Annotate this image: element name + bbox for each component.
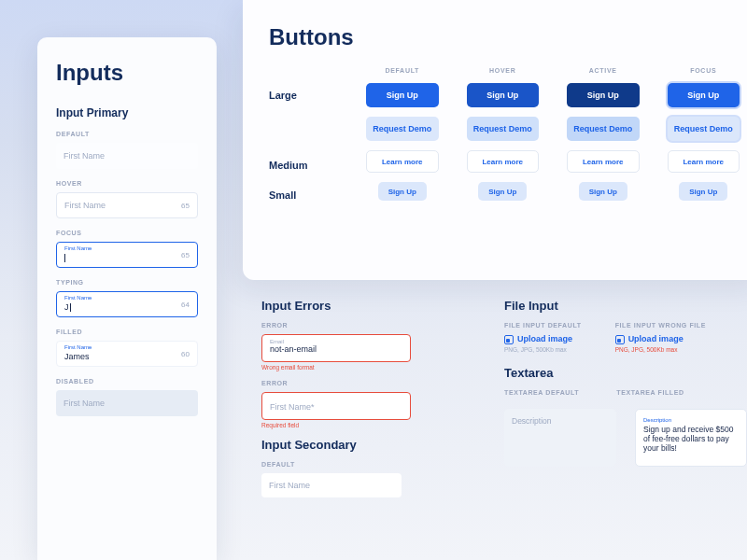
col-default: DEFAULT	[366, 67, 439, 74]
signup-button[interactable]: Sign Up	[366, 83, 439, 107]
errors-column: Input Errors ERROR Email not-an-email Wr…	[261, 299, 467, 497]
float-label: First Name	[64, 295, 92, 301]
float-label: First Name	[64, 344, 92, 350]
upload-link[interactable]: Upload image	[504, 334, 582, 344]
char-count: 64	[181, 301, 190, 309]
textarea-filled-label: TEXTAREA FILLED	[616, 389, 684, 396]
file-input-title: File Input	[504, 299, 747, 313]
input-default[interactable]: First Name	[56, 143, 198, 169]
input-focus[interactable]: First Name65	[56, 242, 198, 268]
lower-region: Input Errors ERROR Email not-an-email Wr…	[261, 299, 747, 497]
textarea-title: Textarea	[504, 366, 747, 380]
input-typing[interactable]: First NameJ64	[56, 291, 198, 317]
file-default-label: FILE INPUT DEFAULT	[504, 322, 582, 329]
input-errors-title: Input Errors	[261, 299, 467, 313]
learn-more-button[interactable]: Learn more	[668, 150, 740, 173]
file-wrong-label: FILE INPUT WRONG FILE	[615, 322, 706, 329]
name-error-input[interactable]: First Name*	[261, 392, 411, 420]
row-small: Small	[269, 189, 338, 201]
text-caret	[64, 254, 65, 262]
file-hint: PNG, JPG, 500Kb max	[504, 346, 582, 353]
textarea-value: Sign up and receive $500 of fee-free dol…	[643, 425, 733, 453]
state-disabled-label: DISABLED	[56, 378, 198, 385]
error-message: Wrong email format	[261, 364, 467, 371]
file-upload-default: FILE INPUT DEFAULT Upload image PNG, JPG…	[504, 322, 582, 353]
email-error-input[interactable]: Email not-an-email	[261, 334, 411, 362]
signup-chip[interactable]: Sign Up	[478, 182, 527, 201]
upload-text: Upload image	[517, 334, 572, 343]
request-demo-button[interactable]: Request Demo	[366, 117, 439, 141]
image-icon	[504, 335, 514, 344]
inputs-title: Inputs	[56, 60, 198, 86]
secondary-default-label: DEFAULT	[261, 461, 467, 468]
upload-text: Upload image	[628, 334, 684, 343]
buttons-title: Buttons	[269, 24, 740, 50]
textarea-row: Description DescriptionSign up and recei…	[504, 409, 747, 467]
placeholder: First Name	[63, 399, 105, 408]
input-secondary-title: Input Secondary	[261, 438, 467, 452]
state-default-label: DEFAULT	[56, 131, 198, 137]
placeholder: Description	[512, 416, 552, 426]
state-typing-label: TYPING	[56, 279, 198, 286]
file-textarea-column: File Input FILE INPUT DEFAULT Upload ima…	[504, 299, 747, 497]
input-value: not-an-email	[270, 344, 402, 354]
file-hint-error: PNG, JPG, 500Kb max	[615, 346, 706, 353]
input-filled[interactable]: First NameJames60	[56, 341, 198, 367]
placeholder: First Name	[64, 201, 106, 210]
input-disabled: First Name	[56, 390, 198, 416]
signup-button[interactable]: Sign Up	[567, 83, 640, 107]
placeholder: First Name*	[270, 397, 402, 417]
file-upload-wrong: FILE INPUT WRONG FILE Upload image PNG, …	[615, 322, 706, 353]
input-value: J	[64, 302, 69, 312]
float-label: First Name	[64, 245, 92, 251]
state-hover-label: HOVER	[56, 180, 198, 187]
learn-more-button[interactable]: Learn more	[467, 150, 540, 173]
col-focus: FOCUS	[668, 67, 740, 74]
secondary-input[interactable]: First Name	[261, 473, 402, 497]
input-value: James	[64, 352, 90, 361]
request-demo-button[interactable]: Request Demo	[567, 117, 640, 141]
buttons-panel: Buttons DEFAULT HOVER ACTIVE FOCUS Large…	[243, 0, 747, 280]
row-large: Large	[269, 90, 338, 101]
signup-chip[interactable]: Sign Up	[679, 182, 727, 201]
text-caret	[70, 303, 71, 312]
upload-link[interactable]: Upload image	[615, 334, 706, 344]
row-medium: Medium	[269, 160, 338, 171]
char-count: 65	[181, 202, 190, 210]
image-icon	[615, 335, 625, 344]
signup-button[interactable]: Sign Up	[668, 83, 740, 107]
input-hover[interactable]: First Name65	[56, 192, 198, 218]
textarea-default[interactable]: Description	[504, 409, 616, 467]
char-count: 65	[181, 251, 190, 259]
col-active: ACTIVE	[567, 67, 640, 74]
learn-more-button[interactable]: Learn more	[567, 150, 640, 173]
inputs-panel: Inputs Input Primary DEFAULT First Name …	[37, 37, 217, 560]
signup-chip[interactable]: Sign Up	[579, 182, 627, 201]
error-label: ERROR	[261, 380, 467, 386]
buttons-grid: DEFAULT HOVER ACTIVE FOCUS Large Sign Up…	[269, 67, 740, 201]
float-label: Description	[643, 417, 739, 423]
textarea-default-label: TEXTAREA DEFAULT	[504, 389, 579, 396]
request-demo-button[interactable]: Request Demo	[668, 117, 740, 141]
error-label: ERROR	[261, 322, 467, 329]
learn-more-button[interactable]: Learn more	[366, 150, 439, 173]
state-focus-label: FOCUS	[56, 230, 198, 236]
error-message: Required field	[261, 422, 467, 428]
signup-button[interactable]: Sign Up	[467, 83, 540, 107]
upload-row: FILE INPUT DEFAULT Upload image PNG, JPG…	[504, 322, 747, 353]
placeholder: First Name	[269, 481, 310, 490]
col-hover: HOVER	[467, 67, 540, 74]
state-filled-label: FILLED	[56, 329, 198, 335]
placeholder: First Name	[63, 151, 105, 161]
textarea-filled[interactable]: DescriptionSign up and receive $500 of f…	[635, 409, 747, 467]
input-primary-heading: Input Primary	[56, 106, 198, 119]
request-demo-button[interactable]: Request Demo	[467, 117, 540, 141]
char-count: 60	[181, 350, 190, 358]
signup-chip[interactable]: Sign Up	[378, 182, 427, 201]
